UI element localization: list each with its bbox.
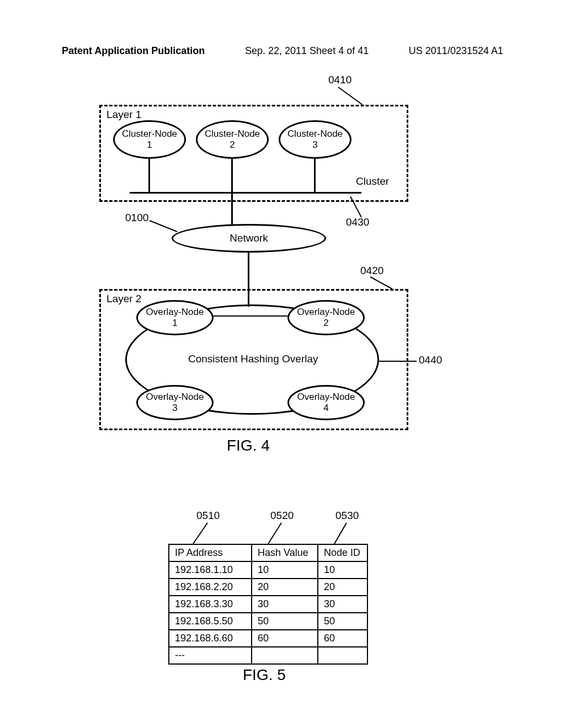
cluster-node-2: Cluster-Node 2 — [196, 120, 269, 159]
network-label: Network — [230, 232, 268, 244]
cell-hash: 50 — [252, 613, 318, 630]
network: Network — [172, 224, 326, 253]
col-hash-header: Hash Value — [252, 544, 318, 561]
cluster-bus — [130, 192, 361, 194]
lead-0420 — [361, 275, 395, 292]
cell-ip: 192.168.2.20 — [169, 579, 252, 596]
table-row: 192.168.6.60 60 60 — [169, 630, 367, 647]
cell-ip: 192.168.5.50 — [169, 613, 252, 630]
overlay-node-1-label: Overlay-Node 1 — [146, 307, 204, 328]
cell-hash: 30 — [252, 596, 318, 613]
svg-line-5 — [268, 523, 281, 544]
cell-hash: 60 — [252, 630, 318, 647]
cn2-drop — [231, 159, 233, 192]
lead-0430 — [349, 195, 377, 222]
col-node-header: Node ID — [318, 544, 367, 561]
cluster-node-3-label: Cluster-Node 3 — [287, 129, 343, 150]
overlay-node-3-label: Overlay-Node 3 — [146, 392, 204, 413]
cell-node: 60 — [318, 630, 367, 647]
figure-4: Layer 1 Cluster-Node 1 Cluster-Node 2 Cl… — [86, 77, 417, 436]
svg-line-3 — [370, 277, 392, 289]
cluster-node-2-label: Cluster-Node 2 — [205, 129, 260, 150]
svg-line-2 — [150, 221, 177, 232]
ref-0530: 0530 — [335, 510, 359, 522]
ref-0410: 0410 — [328, 74, 351, 86]
cell-ip: 192.168.6.60 — [169, 630, 252, 647]
cluster-node-3: Cluster-Node 3 — [279, 120, 351, 159]
fig5-caption: FIG. 5 — [243, 666, 286, 684]
cell-hash — [252, 647, 318, 664]
overlay-node-2: Overlay-Node 2 — [287, 300, 365, 335]
ref-0440: 0440 — [419, 354, 442, 366]
svg-line-6 — [334, 523, 347, 544]
col-ip-header: IP Address — [169, 544, 252, 561]
lead-0100 — [147, 220, 180, 235]
svg-line-1 — [350, 196, 361, 217]
table-row: 192.168.1.10 10 10 — [169, 561, 367, 579]
table-header-row: IP Address Hash Value Node ID — [169, 544, 367, 561]
svg-line-4 — [193, 523, 207, 544]
cell-ip: 192.168.1.10 — [169, 561, 252, 579]
on-top-link — [214, 315, 287, 317]
layer1-label: Layer 1 — [106, 109, 141, 121]
fig4-caption: FIG. 4 — [227, 437, 270, 454]
overlay-node-1: Overlay-Node 1 — [136, 300, 214, 335]
fig5-table: IP Address Hash Value Node ID 192.168.1.… — [168, 544, 368, 665]
cluster-label: Cluster — [356, 175, 389, 188]
cn3-drop — [314, 159, 316, 192]
cell-node — [318, 647, 367, 664]
svg-line-0 — [338, 87, 363, 105]
overlay-node-4-label: Overlay-Node 4 — [297, 392, 355, 413]
header-center: Sep. 22, 2011 Sheet 4 of 41 — [245, 45, 369, 57]
cell-hash: 10 — [252, 561, 318, 579]
table-row: 192.168.2.20 20 20 — [169, 579, 367, 596]
bus-to-network — [231, 194, 233, 224]
page: Patent Application Publication Sep. 22, … — [0, 0, 565, 728]
overlay-node-4: Overlay-Node 4 — [287, 385, 365, 420]
overlay-caption: Consistent Hashing Overlay — [188, 353, 318, 365]
lead-0410 — [328, 85, 364, 107]
layer2-label: Layer 2 — [106, 293, 141, 305]
cluster-node-1-label: Cluster-Node 1 — [122, 129, 177, 150]
cell-node: 50 — [318, 613, 367, 630]
lead-0510 — [190, 521, 212, 545]
cell-node: 10 — [318, 561, 367, 579]
table-row: 192.168.5.50 50 50 — [169, 613, 367, 630]
cell-hash: 20 — [252, 579, 318, 596]
lead-0530 — [331, 521, 353, 545]
ref-0520: 0520 — [270, 510, 294, 522]
cell-ip: 192.168.3.30 — [169, 596, 252, 613]
overlay-node-3: Overlay-Node 3 — [136, 385, 214, 420]
overlay-node-2-label: Overlay-Node 2 — [297, 307, 355, 328]
cluster-node-1: Cluster-Node 1 — [113, 120, 186, 159]
ref-0510: 0510 — [196, 510, 220, 522]
table-row: 192.168.3.30 30 30 — [169, 596, 367, 613]
cn1-drop — [148, 159, 150, 192]
cell-node: 30 — [318, 596, 367, 613]
cell-node: 20 — [318, 579, 367, 596]
ref-0100: 0100 — [125, 212, 148, 224]
lead-0440 — [379, 361, 417, 362]
lead-0520 — [265, 521, 287, 545]
table-row: --- — [169, 647, 367, 664]
page-header: Patent Application Publication Sep. 22, … — [0, 45, 565, 57]
cell-ip: --- — [169, 647, 252, 664]
header-right: US 2011/0231524 A1 — [409, 45, 503, 57]
header-left: Patent Application Publication — [62, 45, 205, 57]
